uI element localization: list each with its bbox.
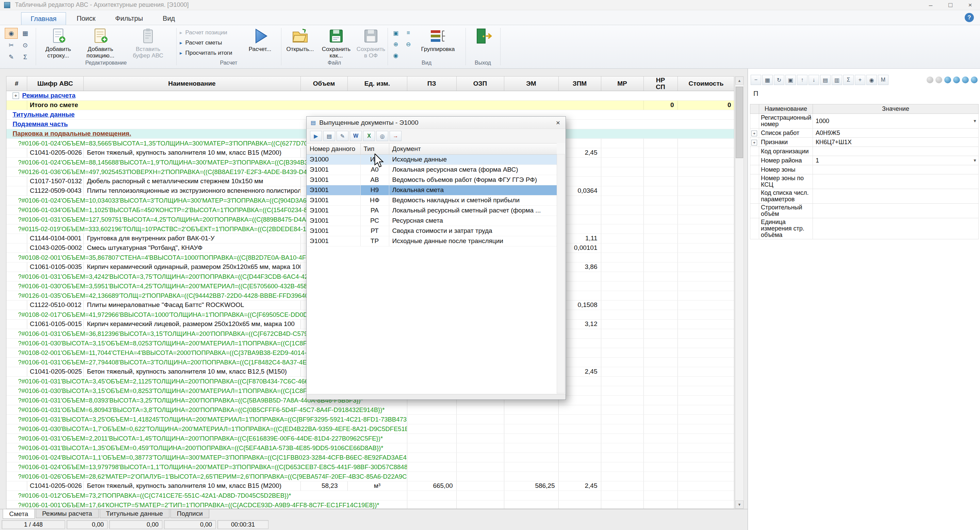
document-row[interactable]: Э1001НФВедомость накладных и сметной при… <box>307 195 557 205</box>
property-row[interactable]: +ПризнакиКН6Ц7+Ш1Х <box>750 138 978 147</box>
sheet-tab-rezhimy[interactable]: Режимы расчета <box>36 509 99 518</box>
property-row[interactable]: Единица измерения стр. объёма <box>750 218 978 239</box>
section-row[interactable]: +Режимы расчета <box>6 91 734 100</box>
col-name[interactable]: Наименование <box>83 76 301 91</box>
word-icon-button[interactable]: W <box>350 131 362 141</box>
scroll-up-icon[interactable]: ▲ <box>735 76 743 85</box>
exit-button[interactable] <box>469 27 497 59</box>
document-row[interactable]: Э1001РАЛокальный ресурсный сметный расче… <box>307 205 557 216</box>
panel-icon-button[interactable]: ▣ <box>785 75 796 85</box>
nav-dot-icon[interactable] <box>962 76 969 83</box>
blue-square-icon-button[interactable]: ▣ <box>390 28 401 38</box>
property-row[interactable]: Номер зоны по КСЦ <box>750 175 978 189</box>
grid-icon-button[interactable]: ▦ <box>762 75 773 85</box>
property-row[interactable]: Номер зоны <box>750 165 978 175</box>
document-row[interactable]: Э1001Н9Локальная смета <box>307 185 557 195</box>
rows-icon-button[interactable]: ▤ <box>820 75 830 85</box>
property-value[interactable]: 1▼ <box>813 156 978 165</box>
eye-icon-button[interactable]: ◉ <box>5 28 18 39</box>
tab-glavnaya[interactable]: Главная <box>21 12 66 25</box>
preview-icon-button[interactable]: ◎ <box>376 131 388 141</box>
expander-icon[interactable]: + <box>751 140 757 146</box>
dialog-close-icon[interactable]: × <box>550 117 566 129</box>
edit-icon-button[interactable]: ✎ <box>337 131 348 141</box>
resource-row[interactable]: С1041-0205-0026Бетон тяжелый, крупность … <box>6 481 734 490</box>
formula-row[interactable]: ?#0106-01-026'ОБЪЕМ=28,62'МАТЕР=2'ОПАЛУБ… <box>6 471 734 481</box>
col-nrsp[interactable]: НР СП <box>643 76 678 91</box>
dialog-col-type[interactable]: Тип <box>360 143 389 154</box>
document-row[interactable]: Э1001ТРИсходные данные после трансляции <box>307 236 557 246</box>
property-value[interactable] <box>813 204 978 218</box>
property-value[interactable] <box>813 189 978 204</box>
formula-row[interactable]: ?#0106-01-012'ОБЪЕМ=73,2'ПОПРАВКА=((C{C7… <box>6 490 734 500</box>
refresh-icon-button[interactable]: ↻ <box>774 75 784 85</box>
formula-row[interactable]: ?#0106-01-031'ОБЪЕМ=6,80943'ВЫСОТА=3,8'Т… <box>6 405 734 414</box>
property-value[interactable] <box>813 165 978 175</box>
document-row[interactable]: Э1001А0Локальная ресурсная смета (форма … <box>307 165 557 175</box>
formula-row[interactable]: ?#0106-01-031'ВЫСОТА=1,35'ОБЪЕМ=0,459'ТО… <box>6 443 734 452</box>
exit-icon-button[interactable]: → <box>390 131 401 141</box>
col-em[interactable]: ЭМ <box>504 76 558 91</box>
expander-icon[interactable]: + <box>13 92 19 99</box>
col-zpm[interactable]: ЗПМ <box>558 76 601 91</box>
vertical-scrollbar[interactable]: ▲ ▼ <box>735 76 744 509</box>
excel-icon-button[interactable]: X <box>363 131 375 141</box>
property-value[interactable] <box>813 218 978 239</box>
col-cost[interactable]: Стоимость <box>678 76 734 91</box>
export-icon-button[interactable]: ▤ <box>323 131 335 141</box>
document-row[interactable]: Э1001РСРесурсная смета <box>307 216 557 226</box>
cols-icon-button[interactable]: ▥ <box>832 75 842 85</box>
calc-totals-item[interactable]: ▸Просчитать итоги <box>180 48 242 58</box>
keypad-icon-button[interactable]: ▦ <box>19 28 32 39</box>
run-icon-button[interactable]: ▶ <box>310 131 322 141</box>
scissors-icon-button[interactable]: ✂ <box>5 40 18 51</box>
property-row[interactable]: Код организации <box>750 147 978 156</box>
plus-icon-button[interactable]: + <box>855 75 865 85</box>
document-row[interactable]: Э1001РТСводка стоимости и затрат труда <box>307 226 557 236</box>
col-mr[interactable]: МР <box>601 76 643 91</box>
formula-row[interactable]: ?#0106-01-031'ОБЪЕМ=2,2011'ВЫСОТА=1,45'Т… <box>6 433 734 443</box>
col-volume[interactable]: Объем <box>301 76 347 91</box>
minimize-button[interactable]: – <box>921 0 940 10</box>
add-row-button[interactable]: Добавить строку... <box>38 27 78 59</box>
paste-abc-buffer-button[interactable]: Вставить буфер АВС <box>123 27 173 59</box>
sheet-tab-titulnye[interactable]: Титульные данные <box>100 509 169 518</box>
close-button[interactable]: × <box>960 0 980 10</box>
col-pz[interactable]: ПЗ <box>407 76 456 91</box>
compass-icon-button[interactable]: ⊙ <box>19 40 32 51</box>
property-value[interactable]: КН6Ц7+Ш1Х <box>813 138 978 147</box>
property-row[interactable]: Номер района1▼ <box>750 156 978 165</box>
sheet-tab-podpisi[interactable]: Подписи <box>170 509 209 518</box>
grouping-button[interactable]: Группировка <box>414 27 462 59</box>
tab-poisk[interactable]: Поиск <box>67 12 105 25</box>
calc-run-button[interactable]: Расчет... <box>242 27 278 59</box>
col-ozp[interactable]: ОЗП <box>456 76 504 91</box>
formula-row[interactable]: ?#0106-01-024'ОБЪЕМ=13,979798'ВЫСОТА=1,1… <box>6 462 734 471</box>
nav-dot-icon[interactable] <box>944 76 951 83</box>
chevron-down-icon[interactable]: ▼ <box>973 158 977 163</box>
minus-circle-icon-button[interactable]: ⊖ <box>402 39 414 49</box>
formula-row[interactable]: ?#0106-01-031'ВЫСОТА=3,25'ОБЪЕМ=1,418245… <box>6 414 734 424</box>
chevron-down-icon[interactable]: ▼ <box>973 119 977 124</box>
dialog-col-document[interactable]: Документ <box>389 143 557 154</box>
save-as-button[interactable]: Сохранить как... <box>319 27 353 59</box>
calc-position-item[interactable]: ▸Расчет позиции <box>180 28 242 37</box>
scroll-down-icon[interactable]: ▼ <box>735 500 743 509</box>
plus-circle-icon-button[interactable]: ⊕ <box>390 39 401 49</box>
property-value[interactable]: 1000▼ <box>813 114 978 129</box>
help-icon[interactable]: ? <box>965 13 974 22</box>
property-row[interactable]: Строительный объём <box>750 204 978 218</box>
sheet-tab-smeta[interactable]: Смета <box>3 509 35 519</box>
col-unit[interactable]: Ед. изм. <box>347 76 407 91</box>
col-num[interactable]: # <box>6 76 27 91</box>
property-row[interactable]: Код списка числ. параметров <box>750 189 978 204</box>
total-row[interactable]: Итого по смете00 <box>6 100 734 110</box>
list-icon-button[interactable]: ≡ <box>402 28 414 38</box>
open-button[interactable]: Открыть... <box>283 27 317 59</box>
formula-row[interactable]: ?#0106-01-024'ВЫСОТА=1,1'ОБЪЕМ=0,38773'Т… <box>6 452 734 462</box>
remove-icon-button[interactable]: − <box>751 75 761 85</box>
save-to-of-button[interactable]: Сохранить в ОФ <box>355 27 387 59</box>
sigma-icon-button[interactable]: Σ <box>843 75 854 85</box>
nav-dot-icon[interactable] <box>953 76 960 83</box>
document-row[interactable]: Э1000ИДИсходные данные <box>307 154 557 165</box>
